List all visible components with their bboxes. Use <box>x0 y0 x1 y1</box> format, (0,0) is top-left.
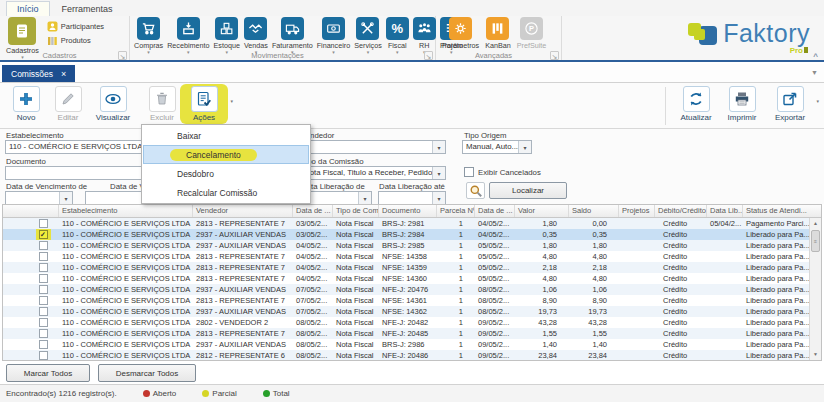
ribbon-tab-inicio[interactable]: Início <box>6 1 50 16</box>
table-row[interactable]: 110 - COMÉRCIO E SERVIÇOS LTDA 2813 - RE… <box>3 251 809 262</box>
row-checkbox[interactable] <box>39 307 48 316</box>
vendedor-combo[interactable]: ▾ <box>300 140 446 154</box>
row-checkbox[interactable] <box>39 285 48 294</box>
table-row[interactable]: 110 - COMÉRCIO E SERVIÇOS LTDA 2937 - AU… <box>3 240 809 251</box>
servicos-button[interactable]: Serviços ▾ <box>352 16 384 54</box>
editar-button[interactable]: Editar <box>46 86 90 122</box>
dialog-launcher-icon[interactable]: ↘ <box>424 51 433 60</box>
row-checkbox[interactable] <box>39 351 48 360</box>
scrollbar-thumb[interactable]: ≡ <box>811 230 820 252</box>
row-checkbox[interactable] <box>39 274 48 283</box>
parametros-button[interactable]: Parâmetros <box>440 16 481 50</box>
table-row[interactable]: 110 - COMÉRCIO E SERVIÇOS LTDA 2812 - RE… <box>3 350 809 360</box>
faturamento-button[interactable]: Faturamento ▾ <box>270 16 315 54</box>
refresh-icon <box>683 86 710 112</box>
menu-item[interactable]: Desdobro <box>143 164 309 183</box>
tab-list-chevron-icon[interactable]: ▼ <box>811 69 818 76</box>
row-checkbox[interactable] <box>39 340 48 349</box>
table-row[interactable]: 110 - COMÉRCIO E SERVIÇOS LTDA 2802 - VE… <box>3 317 809 328</box>
grid-column-header[interactable]: Data de ... <box>293 205 333 217</box>
visualizar-button[interactable]: Visualizar <box>88 86 138 122</box>
table-row[interactable]: 110 - COMÉRCIO E SERVIÇOS LTDA 2937 - AU… <box>3 339 809 350</box>
vertical-scrollbar[interactable]: ▲ ≡ ▼ <box>809 218 821 360</box>
lib-ate-combo[interactable]: ▾ <box>378 191 446 205</box>
rh-button[interactable]: RH ▾ <box>411 16 438 54</box>
dialog-launcher-icon[interactable]: ↘ <box>550 51 559 60</box>
cell-status-atendimento: Liberado para Pa... <box>743 317 809 328</box>
excluir-button[interactable]: Excluir <box>140 86 184 122</box>
cell-valor: 1,80 <box>515 218 569 229</box>
grid-column-header[interactable]: Débito/Crédito <box>655 205 707 217</box>
scroll-up-icon[interactable]: ▲ <box>810 218 821 229</box>
chevron-down-icon[interactable]: ▾ <box>432 141 445 153</box>
menu-item[interactable]: Recalcular Comissão <box>143 183 309 202</box>
chevron-down-icon[interactable]: ▾ <box>432 167 445 179</box>
table-row[interactable]: 110 - COMÉRCIO E SERVIÇOS LTDA 2813 - RE… <box>3 295 809 306</box>
imprimir-button[interactable]: Imprimir <box>720 86 764 122</box>
estoque-button[interactable]: Estoque ▾ <box>212 16 242 54</box>
table-row[interactable]: 110 - COMÉRCIO E SERVIÇOS LTDA 2937 - AU… <box>3 306 809 317</box>
chevron-down-icon[interactable]: ▾ <box>59 192 72 204</box>
vendas-button[interactable]: Vendas ▾ <box>242 16 270 54</box>
grid-column-header[interactable]: Saldo <box>569 205 619 217</box>
fiscal-button[interactable]: % Fiscal ▾ <box>384 16 411 54</box>
dialog-launcher-icon[interactable]: ↘ <box>118 51 127 60</box>
menu-item[interactable]: Cancelamento <box>143 145 309 164</box>
table-row[interactable]: 110 - COMÉRCIO E SERVIÇOS LTDA 2937 - AU… <box>3 229 809 240</box>
row-checkbox[interactable] <box>39 263 48 272</box>
financeiro-button[interactable]: Financeiro ▾ <box>315 16 353 54</box>
produtos-button[interactable]: Produtos <box>47 33 104 47</box>
ribbon-collapse-icon[interactable]: ^ <box>813 52 818 61</box>
grid-column-header[interactable]: Parcela Nº <box>437 205 475 217</box>
tipo-comissao-combo[interactable]: Nota Fiscal, Titulo a Receber, Pedido de… <box>300 166 446 180</box>
grid-column-header[interactable]: Documento <box>379 205 437 217</box>
participantes-button[interactable]: Participantes <box>47 19 104 33</box>
chevron-down-icon[interactable]: ▾ <box>432 192 445 204</box>
compras-button[interactable]: Compras ▾ <box>132 16 165 54</box>
row-checkbox[interactable] <box>39 329 48 338</box>
tipo-origem-combo[interactable]: Manual, Auto... ▾ <box>462 140 532 154</box>
localizar-button[interactable]: Localizar <box>489 182 567 199</box>
tab-comissoes[interactable]: Comissões × <box>2 65 75 82</box>
row-checkbox[interactable] <box>39 230 48 239</box>
desmarcar-todos-button[interactable]: Desmarcar Todos <box>98 364 196 382</box>
search-icon[interactable] <box>466 182 485 199</box>
venc-de-combo[interactable]: ▾ <box>5 191 73 205</box>
scroll-down-icon[interactable]: ▼ <box>810 349 821 360</box>
grid-column-header[interactable]: Projetos <box>619 205 655 217</box>
menu-item[interactable]: Baixar <box>143 126 309 145</box>
actions-document-icon <box>191 86 218 112</box>
cell-tipo-comissao: Nota Fiscal <box>333 240 379 251</box>
grid-column-header[interactable]: Vendedor <box>193 205 293 217</box>
grid-column-header[interactable]: Data de ... <box>475 205 515 217</box>
row-checkbox[interactable] <box>39 318 48 327</box>
table-row[interactable]: 110 - COMÉRCIO E SERVIÇOS LTDA 2813 - RE… <box>3 262 809 273</box>
prefsuite-button[interactable]: P PrefSuite <box>515 16 549 50</box>
row-checkbox[interactable] <box>39 219 48 228</box>
row-checkbox[interactable] <box>39 252 48 261</box>
grid-column-header[interactable]: Status de Atendi... <box>743 205 821 217</box>
exibir-cancelados-checkbox[interactable]: Exibir Cancelados <box>464 167 541 177</box>
grid-column-header[interactable]: Data Lib... <box>707 205 743 217</box>
chevron-down-icon[interactable]: ▾ <box>358 192 371 204</box>
table-row[interactable]: 110 - COMÉRCIO E SERVIÇOS LTDA 2813 - RE… <box>3 328 809 339</box>
atualizar-button[interactable]: Atualizar <box>674 86 718 122</box>
ribbon-tab-ferramentas[interactable]: Ferramentas <box>52 2 123 16</box>
table-row[interactable]: 110 - COMÉRCIO E SERVIÇOS LTDA 2813 - RE… <box>3 218 809 229</box>
kanban-button[interactable]: KanBan <box>483 16 513 50</box>
row-checkbox[interactable] <box>39 296 48 305</box>
grid-column-header[interactable]: Valor <box>515 205 569 217</box>
close-icon[interactable]: × <box>61 69 66 79</box>
chevron-down-icon[interactable]: ▾ <box>518 141 531 153</box>
acoes-button[interactable]: ▾ Ações <box>182 86 226 122</box>
recebimento-button[interactable]: Recebimento ▾ <box>165 16 211 54</box>
exportar-button[interactable]: ▾ Exportar <box>768 86 812 122</box>
table-row[interactable]: 110 - COMÉRCIO E SERVIÇOS LTDA 2813 - RE… <box>3 273 809 284</box>
table-row[interactable]: 110 - COMÉRCIO E SERVIÇOS LTDA 2937 - AU… <box>3 284 809 295</box>
marcar-todos-button[interactable]: Marcar Todos <box>6 364 90 382</box>
grid-column-header[interactable] <box>3 205 59 217</box>
novo-button[interactable]: Novo <box>4 86 48 122</box>
row-checkbox[interactable] <box>39 241 48 250</box>
grid-column-header[interactable]: Tipo de Com... <box>333 205 379 217</box>
grid-column-header[interactable]: Estabelecimento <box>59 205 193 217</box>
